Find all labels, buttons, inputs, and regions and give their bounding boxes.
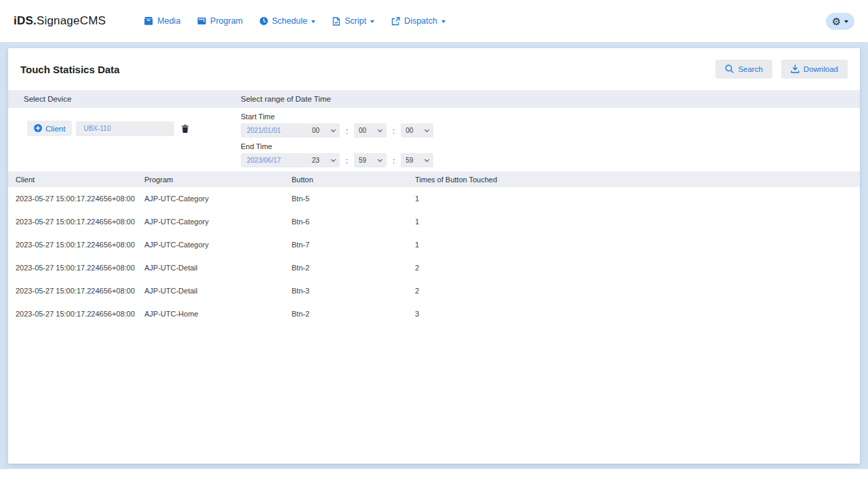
client-button-label: Client <box>45 125 65 133</box>
start-time-row: 2021/01/01 00 : 00 : 00 <box>241 123 433 138</box>
filter-section-header: Select Device Select range of Date Time <box>8 90 860 108</box>
content-panel: Touch Statisics Data Search Download Sel… <box>8 48 860 464</box>
panel-actions: Search Download <box>715 60 848 79</box>
filter-controls: Client UBX-110 Start Time 2021/01/01 00 … <box>8 108 860 171</box>
trash-icon <box>182 125 189 133</box>
download-button[interactable]: Download <box>781 60 848 79</box>
cell-client: 2023-05-27 15:00:17.224656+08:00 <box>16 195 144 203</box>
date-range-heading: Select range of Date Time <box>241 90 331 108</box>
delete-device-button[interactable] <box>182 125 189 133</box>
table-row: 2023-05-27 15:00:17.224656+08:00AJP-UTC-… <box>8 187 860 210</box>
top-navigation-bar: iDS.SignageCMS Media Program Schedule <box>0 0 868 42</box>
cell-program: AJP-UTC-Category <box>144 195 292 203</box>
nav-item-script[interactable]: Script <box>332 16 374 26</box>
media-icon <box>144 17 153 25</box>
end-time-label: End Time <box>241 142 433 150</box>
cell-button: Btn-5 <box>292 195 415 203</box>
nav-item-label: Script <box>344 16 366 26</box>
page-background: Touch Statisics Data Search Download Sel… <box>0 42 868 469</box>
chevron-down-icon <box>331 127 336 132</box>
nav-item-label: Program <box>210 16 243 26</box>
cell-client: 2023-05-27 15:00:17.224656+08:00 <box>16 241 144 249</box>
chevron-down-icon <box>425 127 429 132</box>
table-body: 2023-05-27 15:00:17.224656+08:00AJP-UTC-… <box>8 187 860 325</box>
cell-button: Btn-2 <box>292 310 415 318</box>
nav-item-media[interactable]: Media <box>144 16 180 26</box>
cell-times: 2 <box>415 264 860 272</box>
chevron-down-icon <box>425 157 429 162</box>
gear-icon: ⚙ <box>832 16 841 26</box>
table-row: 2023-05-27 15:00:17.224656+08:00AJP-UTC-… <box>8 233 860 256</box>
table-row: 2023-05-27 15:00:17.224656+08:00AJP-UTC-… <box>8 210 860 233</box>
cell-program: AJP-UTC-Category <box>144 241 292 249</box>
cell-program: AJP-UTC-Detail <box>144 264 292 272</box>
main-nav: Media Program Schedule Script <box>144 16 446 26</box>
cell-client: 2023-05-27 15:00:17.224656+08:00 <box>16 310 144 318</box>
panel-header: Touch Statisics Data Search Download <box>8 48 860 90</box>
table-header-row: Client Program Button Times of Button To… <box>8 171 860 187</box>
cell-client: 2023-05-27 15:00:17.224656+08:00 <box>16 287 144 295</box>
cell-program: AJP-UTC-Category <box>144 218 292 226</box>
column-header-client: Client <box>16 176 144 184</box>
cell-times: 1 <box>415 241 860 249</box>
end-time-row: 2023/06/17 23 : 59 : 59 <box>241 153 433 167</box>
start-second-select[interactable]: 00 <box>401 123 433 138</box>
datetime-controls: Start Time 2021/01/01 00 : 00 : 00 End T… <box>241 113 433 172</box>
time-separator: : <box>346 157 348 165</box>
settings-menu-button[interactable]: ⚙ <box>826 13 854 30</box>
cell-button: Btn-3 <box>292 287 415 295</box>
search-icon <box>725 64 734 75</box>
page-title: Touch Statisics Data <box>20 64 119 75</box>
cell-button: Btn-7 <box>292 241 415 249</box>
cell-times: 1 <box>415 218 860 226</box>
column-header-times: Times of Button Touched <box>415 176 860 184</box>
brand-rest: SignageCMS <box>37 14 106 27</box>
cell-times: 2 <box>415 287 860 295</box>
plus-circle-icon <box>34 124 42 134</box>
start-date-field[interactable]: 2021/01/01 <box>241 123 307 138</box>
end-hour-select[interactable]: 23 <box>307 153 340 167</box>
chevron-down-icon <box>844 20 848 23</box>
nav-item-label: Schedule <box>272 16 307 26</box>
program-icon <box>197 17 206 25</box>
chevron-down-icon <box>378 157 382 162</box>
cell-times: 3 <box>415 310 860 318</box>
nav-item-label: Dispatch <box>404 16 437 26</box>
cell-client: 2023-05-27 15:00:17.224656+08:00 <box>16 264 144 272</box>
nav-item-schedule[interactable]: Schedule <box>260 16 315 26</box>
end-date-field[interactable]: 2023/06/17 <box>241 153 307 167</box>
select-device-heading: Select Device <box>24 90 71 108</box>
cell-button: Btn-6 <box>292 218 415 226</box>
add-client-button[interactable]: Client <box>27 121 72 136</box>
cell-button: Btn-2 <box>292 264 415 272</box>
script-icon <box>332 17 340 26</box>
chevron-down-icon <box>331 157 336 162</box>
device-controls: Client UBX-110 <box>27 121 189 136</box>
start-time-label: Start Time <box>241 113 433 121</box>
table-row: 2023-05-27 15:00:17.224656+08:00AJP-UTC-… <box>8 279 860 302</box>
download-button-label: Download <box>804 65 838 73</box>
start-minute-select[interactable]: 00 <box>354 123 387 138</box>
cell-program: AJP-UTC-Home <box>144 310 292 318</box>
end-minute-select[interactable]: 59 <box>354 153 387 167</box>
cell-program: AJP-UTC-Detail <box>144 287 292 295</box>
device-name-field[interactable]: UBX-110 <box>76 121 174 136</box>
dispatch-icon <box>391 17 400 26</box>
schedule-icon <box>260 17 268 25</box>
cell-times: 1 <box>415 195 860 203</box>
cell-client: 2023-05-27 15:00:17.224656+08:00 <box>16 218 144 226</box>
table-row: 2023-05-27 15:00:17.224656+08:00AJP-UTC-… <box>8 256 860 279</box>
nav-item-dispatch[interactable]: Dispatch <box>391 16 446 26</box>
start-hour-select[interactable]: 00 <box>307 123 340 138</box>
nav-item-label: Media <box>157 16 180 26</box>
download-icon <box>791 64 800 75</box>
column-header-program: Program <box>144 176 292 184</box>
time-separator: : <box>393 157 395 165</box>
search-button[interactable]: Search <box>715 60 772 79</box>
chevron-down-icon <box>441 20 446 23</box>
time-separator: : <box>346 127 348 135</box>
end-second-select[interactable]: 59 <box>401 153 433 167</box>
chevron-down-icon <box>378 127 382 132</box>
chevron-down-icon <box>311 20 315 23</box>
nav-item-program[interactable]: Program <box>197 16 243 26</box>
